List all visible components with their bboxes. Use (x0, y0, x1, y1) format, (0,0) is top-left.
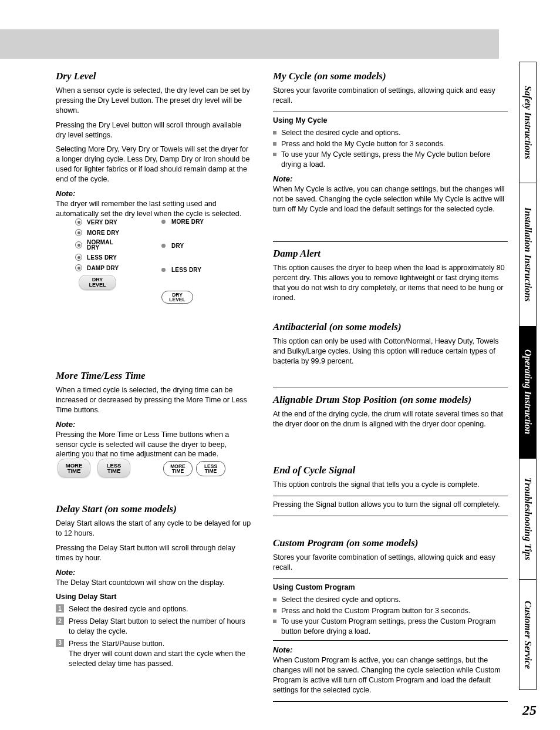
less-dry-3-label: LESS DRY (171, 267, 201, 273)
delay-step-1-text: Select the desired cycle and options. (69, 604, 188, 614)
page-number: 25 (522, 702, 537, 718)
dry-level-normal-dry: NORMAL DRY (75, 240, 143, 250)
divider (273, 516, 508, 516)
section-antibacterial: Antibacterial (on some models) This opti… (273, 321, 508, 366)
more-less-note-label: Note: (56, 420, 252, 429)
delay-step-2-text: Press Delay Start button to select the n… (69, 617, 252, 637)
time-buttons-embossed: MORE TIME LESS TIME (58, 459, 130, 477)
delay-step-1: 1 Select the desired cycle and options. (56, 604, 252, 614)
my-cycle-steps: Select the desired cycle and options. Pr… (273, 128, 508, 170)
divider (273, 578, 508, 579)
very-dry-label: VERY DRY (87, 219, 117, 226)
heading-dry-level: Dry Level (56, 70, 252, 82)
delay-note-text: The Delay Start countdown will show on t… (56, 578, 252, 588)
custom-program-p1: Stores your favorite combination of sett… (273, 553, 508, 573)
dot-icon (161, 268, 166, 272)
dry-level-less-dry-3: LESS DRY (161, 267, 220, 273)
custom-program-note-label: Note: (273, 645, 508, 654)
heading-antibacterial: Antibacterial (on some models) (273, 321, 508, 333)
step-number: 2 (56, 617, 64, 625)
custom-program-step-1: Select the desired cycle and options. (281, 595, 508, 605)
section-my-cycle: My Cycle (on some models) Stores your fa… (273, 70, 508, 214)
custom-program-step-3: To use your Custom Program settings, pre… (281, 617, 508, 637)
my-cycle-p1: Stores your favorite combination of sett… (273, 86, 508, 106)
divider (273, 640, 508, 641)
normal-dry-label: NORMAL DRY (87, 240, 113, 250)
dry-level-damp-dry: DAMP DRY (75, 264, 143, 271)
dry-level-very-dry: VERY DRY (75, 218, 143, 226)
delay-step-2: 2 Press Delay Start button to select the… (56, 617, 252, 637)
custom-program-using-heading: Using Custom Program (273, 583, 508, 593)
less-time-button-embossed[interactable]: LESS TIME (97, 459, 130, 477)
step-number: 3 (56, 639, 64, 647)
dry-level-more-dry: MORE DRY (75, 229, 143, 236)
more-less-p1: When a timed cycle is selected, the dryi… (56, 385, 252, 415)
radio-icon (75, 218, 82, 226)
heading-alignable-drum: Alignable Drum Stop Position (on some mo… (273, 394, 508, 406)
section-damp-alert: Damp Alert This option causes the dryer … (273, 241, 508, 303)
dry-level-panel-5: VERY DRY MORE DRY NORMAL DRY LESS DRY DA… (75, 218, 143, 290)
end-cycle-p1: This option controls the signal that tel… (273, 480, 508, 490)
section-alignable-drum: Alignable Drum Stop Position (on some mo… (273, 388, 508, 429)
more-time-button-embossed[interactable]: MORE TIME (58, 459, 90, 477)
my-cycle-step-3: To use your My Cycle settings, press the… (281, 150, 508, 170)
heading-custom-program: Custom Program (on some models) (273, 537, 508, 549)
alignable-drum-text: At the end of the drying cycle, the drum… (273, 409, 508, 429)
delay-p1: Delay Start allows the start of any cycl… (56, 519, 252, 539)
dry-level-p2: Pressing the Dry Level button will scrol… (56, 120, 252, 140)
dot-icon (161, 244, 166, 248)
less-dry-label: LESS DRY (87, 254, 117, 261)
radio-icon (75, 264, 82, 271)
tab-customer[interactable]: Customer Service (519, 580, 536, 689)
delay-step-3: 3 Press the Start/Pause button. The drye… (56, 639, 252, 669)
my-cycle-step-1: Select the desired cycle and options. (281, 128, 508, 138)
more-dry-3-label: MORE DRY (171, 218, 204, 225)
antibacterial-text: This option can only be used with Cotton… (273, 337, 508, 366)
custom-program-steps: Select the desired cycle and options. Pr… (273, 595, 508, 637)
custom-program-step-2: Press and hold the Custom Program button… (281, 606, 508, 616)
damp-dry-label: DAMP DRY (87, 265, 119, 271)
dot-icon (161, 220, 166, 224)
time-buttons-outline: MORE TIME LESS TIME (163, 461, 225, 476)
dry-level-button-3[interactable]: DRY LEVEL (161, 291, 193, 304)
more-time-button-outline[interactable]: MORE TIME (163, 461, 193, 476)
dry-level-note-text: The dryer will remember the last setting… (56, 199, 252, 219)
dry-level-intro: When a sensor cycle is selected, the dry… (56, 86, 252, 116)
section-dry-level: Dry Level When a sensor cycle is selecte… (56, 70, 252, 219)
divider (273, 241, 508, 242)
delay-step-3a-text: Press the Start/Pause button. (69, 639, 252, 649)
tab-operating[interactable]: Operating Instruction (519, 327, 536, 459)
delay-note-label: Note: (56, 568, 252, 577)
radio-icon (75, 241, 82, 248)
custom-program-note-text: When Custom Program is active, you can c… (273, 655, 508, 695)
divider (273, 701, 508, 702)
dry-level-note-label: Note: (56, 189, 252, 198)
gray-banner (0, 29, 499, 59)
dry-level-p3: Selecting More Dry, Very Dry or Towels w… (56, 144, 252, 184)
heading-delay-start: Delay Start (on some models) (56, 503, 252, 515)
dry-level-more-dry-3: MORE DRY (161, 218, 220, 225)
tab-troubleshooting[interactable]: Troubleshooting Tips (519, 459, 536, 580)
section-end-cycle-signal: End of Cycle Signal This option controls… (273, 465, 508, 516)
dry-level-less-dry: LESS DRY (75, 254, 143, 261)
divider (273, 388, 508, 388)
step-number: 1 (56, 604, 64, 613)
dry-level-panel-3: MORE DRY DRY LESS DRY DRY LEVEL (161, 218, 220, 304)
section-delay-start: Delay Start (on some models) Delay Start… (56, 503, 252, 669)
more-less-note-text: Pressing the More Time or Less Time butt… (56, 430, 252, 460)
my-cycle-step-2: Press and hold the My Cycle button for 3… (281, 139, 508, 149)
divider (273, 112, 508, 112)
my-cycle-note-text: When My Cycle is active, you can change … (273, 184, 508, 214)
heading-my-cycle: My Cycle (on some models) (273, 70, 508, 82)
less-time-button-outline[interactable]: LESS TIME (196, 461, 225, 476)
divider (273, 496, 508, 496)
damp-alert-text: This option causes the dryer to beep whe… (273, 263, 508, 303)
tab-installation[interactable]: Installation Instructions (519, 183, 536, 326)
dry-level-button-5[interactable]: DRY LEVEL (79, 275, 116, 290)
delay-step-3b-text: The dryer will count down and start the … (69, 649, 252, 669)
end-cycle-p2: Pressing the Signal button allows you to… (273, 500, 508, 510)
section-more-less-time: More Time/Less Time When a timed cycle i… (56, 370, 252, 459)
heading-damp-alert: Damp Alert (273, 248, 508, 260)
tab-safety[interactable]: Safety Instructions (519, 62, 536, 183)
my-cycle-using-heading: Using My Cycle (273, 116, 508, 126)
